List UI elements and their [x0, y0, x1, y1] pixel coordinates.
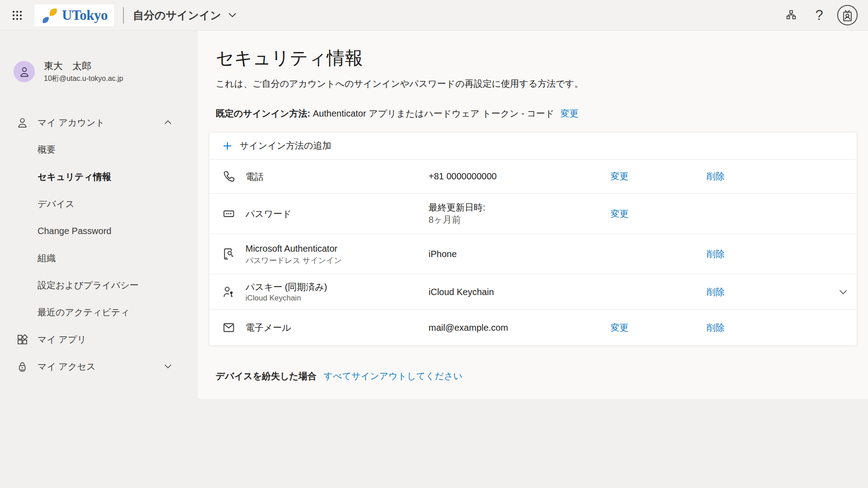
sign-out-everywhere-link[interactable]: すべてサインアウトしてください	[324, 371, 462, 381]
authenticator-icon	[209, 247, 245, 261]
app-title: 自分のサインイン	[133, 8, 221, 23]
plus-icon	[222, 141, 233, 151]
table-row-phone: 電話 +81 0000000000 変更 削除	[209, 159, 857, 193]
phone-icon	[209, 170, 245, 183]
person-icon	[18, 66, 31, 78]
method-name: パスワード	[245, 208, 429, 220]
page-description: これは、ご自分のアカウントへのサインインやパスワードの再設定に使用する方法です。	[216, 77, 868, 90]
signin-methods-table: サインイン方法の追加 電話 +81 0000000000 変更 削除	[209, 132, 857, 346]
help-icon: ?	[815, 7, 823, 23]
default-signin-method: 既定のサインイン方法: Authenticator アプリまたはハードウェア ト…	[216, 107, 868, 120]
sidebar-item-change-password[interactable]: Change Password	[0, 217, 198, 244]
lock-icon	[16, 361, 28, 373]
method-value: iPhone	[429, 248, 589, 260]
method-value: 最終更新日時: 8ヶ月前	[429, 202, 589, 226]
method-value: iCloud Keychain	[429, 286, 589, 298]
sidebar-item-recent-activity[interactable]: 最近のアクティビティ	[0, 299, 198, 326]
nav-label: マイ アクセス	[38, 361, 95, 373]
method-name: 電子メール	[245, 322, 429, 333]
sidebar-item-settings-privacy[interactable]: 設定およびプライバシー	[0, 272, 198, 299]
nav-label: マイ アカウント	[38, 117, 105, 129]
chevron-down-icon	[839, 290, 847, 295]
method-name: 電話	[245, 171, 429, 183]
sidebar-item-my-account[interactable]: マイ アカウント	[0, 109, 198, 136]
organization-button[interactable]	[780, 5, 802, 26]
password-icon	[209, 207, 245, 221]
sidebar-item-my-access[interactable]: マイ アクセス	[0, 353, 198, 380]
sidebar-item-my-apps[interactable]: マイ アプリ	[0, 326, 198, 353]
lost-device-label: デバイスを紛失した場合	[216, 371, 316, 381]
user-block: 東大 太郎 10桁@utac.u-tokyo.ac.jp	[14, 60, 198, 84]
change-link[interactable]: 変更	[611, 209, 629, 219]
table-row-authenticator: Microsoft Authenticator パスワードレス サインイン iP…	[209, 234, 857, 274]
delete-link[interactable]: 削除	[707, 249, 725, 259]
method-name: Microsoft Authenticator	[245, 243, 429, 254]
delete-link[interactable]: 削除	[707, 323, 725, 333]
expand-row-button[interactable]	[839, 290, 847, 295]
default-method-label: 既定のサインイン方法:	[216, 108, 310, 118]
method-value: +81 0000000000	[429, 170, 589, 183]
person-icon	[16, 117, 28, 129]
chevron-down-icon	[228, 13, 236, 18]
last-updated-label: 最終更新日時:	[429, 202, 589, 214]
method-value: mail@example.com	[429, 322, 589, 334]
sidebar-item-devices[interactable]: デバイス	[0, 190, 198, 217]
topbar-divider	[123, 7, 124, 23]
ginkgo-leaf-icon	[41, 7, 58, 24]
last-updated-value: 8ヶ月前	[429, 214, 589, 226]
utokyo-logo[interactable]: UTokyo	[34, 5, 114, 26]
sidebar-item-security-info[interactable]: セキュリティ情報	[0, 163, 198, 190]
org-chart-icon	[785, 9, 797, 22]
change-link[interactable]: 変更	[611, 323, 629, 333]
change-link[interactable]: 変更	[611, 171, 629, 181]
method-name: パスキー (同期済み)	[245, 281, 429, 293]
account-badge-button[interactable]	[836, 5, 858, 26]
add-signin-method-button[interactable]: サインイン方法の追加	[209, 132, 857, 159]
page-title: セキュリティ情報	[216, 47, 868, 69]
passkey-icon	[209, 285, 245, 299]
chevron-down-icon	[164, 364, 172, 369]
default-method-change-link[interactable]: 変更	[561, 108, 579, 118]
app-launcher-button[interactable]	[6, 5, 28, 26]
waffle-icon	[12, 10, 23, 21]
delete-link[interactable]: 削除	[707, 171, 725, 181]
logo-wordmark: UTokyo	[62, 7, 108, 23]
top-app-bar: UTokyo 自分のサインイン ?	[0, 0, 868, 31]
method-subtitle: パスワードレス サインイン	[245, 255, 429, 266]
method-subtitle: iCloud Keychain	[245, 294, 429, 303]
sidebar-item-overview[interactable]: 概要	[0, 136, 198, 163]
main-content: セキュリティ情報 これは、ご自分のアカウントへのサインインやパスワードの再設定に…	[198, 31, 868, 399]
table-row-password: パスワード 最終更新日時: 8ヶ月前 変更	[209, 193, 857, 234]
email-icon	[209, 321, 245, 334]
table-row-email: 電子メール mail@example.com 変更 削除	[209, 310, 857, 345]
delete-link[interactable]: 削除	[707, 287, 725, 297]
user-email: 10桁@utac.u-tokyo.ac.jp	[44, 74, 123, 84]
table-row-passkey: パスキー (同期済み) iCloud Keychain iCloud Keych…	[209, 274, 857, 310]
default-method-value: Authenticator アプリまたはハードウェア トークン - コード	[313, 108, 554, 118]
chevron-up-icon	[164, 120, 172, 125]
add-method-label: サインイン方法の追加	[240, 140, 331, 152]
sidebar: 東大 太郎 10桁@utac.u-tokyo.ac.jp マイ アカウント 概要	[0, 31, 198, 488]
help-button[interactable]: ?	[808, 5, 830, 26]
sidebar-nav: マイ アカウント 概要 セキュリティ情報 デバイス Change Passwor…	[0, 109, 198, 380]
user-name: 東大 太郎	[44, 60, 123, 72]
lost-device-line: デバイスを紛失した場合 すべてサインアウトしてください	[216, 370, 868, 382]
nav-label: マイ アプリ	[38, 333, 86, 346]
apps-grid-icon	[16, 333, 28, 346]
user-avatar[interactable]	[14, 61, 35, 82]
sidebar-item-organizations[interactable]: 組織	[0, 244, 198, 272]
id-badge-icon	[837, 5, 858, 26]
app-title-menu[interactable]: 自分のサインイン	[133, 8, 236, 23]
